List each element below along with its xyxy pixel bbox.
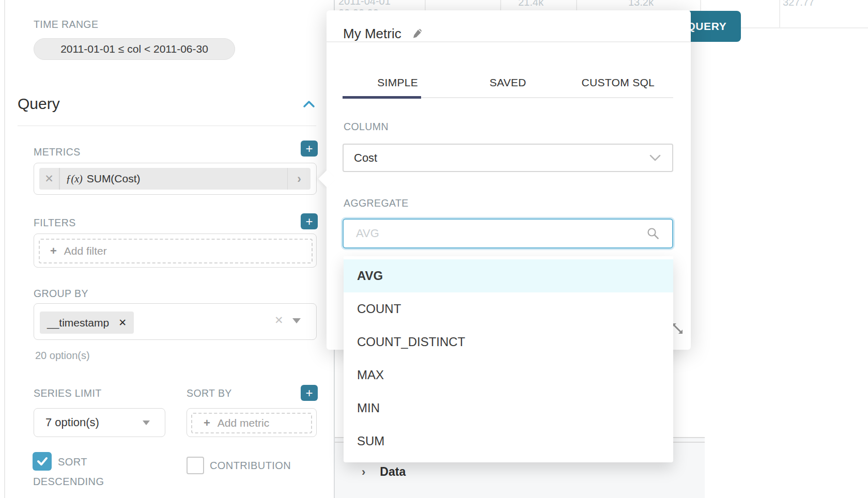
chevron-down-icon: [648, 153, 662, 163]
chevron-right-icon: ›: [362, 465, 365, 479]
left-edge-divider: [4, 0, 5, 498]
aggregate-options-dropdown: AVG COUNT COUNT_DISTINCT MAX MIN SUM: [344, 256, 673, 462]
option-min[interactable]: MIN: [344, 392, 673, 425]
popover-tabs: SIMPLE SAVED CUSTOM SQL: [343, 66, 673, 96]
filters-label: FILTERS: [34, 217, 76, 229]
column-select-value: Cost: [354, 151, 377, 165]
sort-descending-checkbox[interactable]: [33, 452, 52, 471]
add-sort-metric-button[interactable]: + Add metric: [191, 413, 312, 433]
remove-metric-icon[interactable]: ✕: [39, 173, 59, 185]
series-limit-value: 7 option(s): [45, 416, 99, 429]
section-divider: [18, 126, 316, 126]
group-by-select[interactable]: __timestamp ✕ ✕: [34, 303, 317, 340]
aggregate-label: AGGREGATE: [344, 197, 409, 209]
add-filter-button[interactable]: + Add filter: [39, 239, 313, 263]
table-gridline: [576, 0, 577, 10]
time-range-pill[interactable]: 2011-01-01 ≤ col < 2011-06-30: [34, 38, 235, 60]
popover-title: My Metric: [343, 26, 424, 42]
aggregate-placeholder: AVG: [356, 227, 646, 240]
series-limit-select[interactable]: 7 option(s): [34, 408, 165, 437]
sort-by-label: SORT BY: [187, 387, 232, 399]
chevron-up-icon: [302, 98, 316, 111]
data-panel-title: Data: [380, 465, 406, 479]
add-metric-button[interactable]: +: [301, 141, 318, 157]
metric-pill[interactable]: ✕ ƒ(x) SUM(Cost) ›: [39, 168, 311, 190]
add-sort-metric-plus-button[interactable]: +: [301, 385, 318, 401]
caret-down-icon: [143, 421, 150, 425]
plus-icon: +: [50, 244, 57, 258]
contribution-label: CONTRIBUTION: [210, 460, 291, 472]
popover-arrow: [318, 170, 336, 188]
pill-divider: [59, 168, 60, 190]
option-avg[interactable]: AVG: [344, 259, 673, 292]
edit-metric-chevron-icon[interactable]: ›: [288, 172, 311, 186]
metrics-label: METRICS: [34, 146, 81, 158]
explore-view: 2011-04-01 00:00:00 21.4k 13.2k 327.77 R…: [0, 0, 868, 498]
option-max[interactable]: MAX: [344, 359, 673, 392]
metrics-control: ✕ ƒ(x) SUM(Cost) ›: [34, 163, 317, 195]
add-filter-label: Add filter: [64, 245, 107, 257]
table-gridline: [500, 0, 501, 10]
active-tab-underline: [343, 96, 421, 99]
clear-select-icon[interactable]: ✕: [274, 314, 284, 326]
fx-icon: ƒ(x): [66, 173, 83, 185]
table-gridline: [425, 0, 426, 10]
aggregate-input[interactable]: AVG: [343, 219, 673, 248]
group-by-tag[interactable]: __timestamp ✕: [40, 312, 134, 334]
metric-pill-label: SUM(Cost): [87, 173, 141, 185]
filters-control: + Add filter: [34, 234, 317, 268]
table-gridline: [741, 27, 868, 28]
sort-by-control: + Add metric: [187, 408, 317, 437]
time-range-label: TIME RANGE: [34, 19, 98, 30]
sort-descending-label-line2: DESCENDING: [33, 476, 104, 488]
tab-saved[interactable]: SAVED: [453, 66, 563, 96]
series-limit-label: SERIES LIMIT: [34, 387, 102, 399]
table-cell-value: 13.2k: [628, 0, 654, 8]
query-collapse-button[interactable]: [302, 98, 316, 113]
tab-simple[interactable]: SIMPLE: [343, 66, 453, 96]
remove-tag-icon[interactable]: ✕: [118, 317, 127, 329]
option-count[interactable]: COUNT: [344, 292, 673, 325]
table-gridline: [700, 0, 701, 11]
caret-down-icon[interactable]: [292, 318, 301, 323]
tab-custom-sql[interactable]: CUSTOM SQL: [563, 66, 673, 96]
table-cell-value: 327.77: [783, 0, 814, 8]
table-cell-value: 21.4k: [518, 0, 544, 8]
column-label: COLUMN: [344, 121, 389, 133]
contribution-checkbox[interactable]: [187, 457, 204, 474]
add-filter-plus-button[interactable]: +: [301, 213, 318, 229]
data-panel-header[interactable]: › Data: [362, 465, 406, 479]
group-by-options-hint: 20 option(s): [35, 350, 90, 362]
check-icon: [36, 456, 49, 466]
query-section-title: Query: [18, 95, 60, 113]
sort-descending-label-line1: SORT: [58, 456, 87, 468]
table-gridline: [779, 0, 780, 27]
pencil-icon[interactable]: [411, 27, 424, 40]
group-by-tag-label: __timestamp: [47, 317, 109, 329]
group-by-label: GROUP BY: [34, 288, 88, 300]
search-icon: [646, 227, 660, 240]
option-count-distinct[interactable]: COUNT_DISTINCT: [344, 325, 673, 359]
column-select[interactable]: Cost: [343, 144, 673, 172]
plus-icon: +: [204, 416, 210, 430]
option-sum[interactable]: SUM: [344, 425, 673, 458]
popover-header-divider: [327, 41, 691, 42]
add-sort-metric-label: Add metric: [218, 417, 269, 429]
